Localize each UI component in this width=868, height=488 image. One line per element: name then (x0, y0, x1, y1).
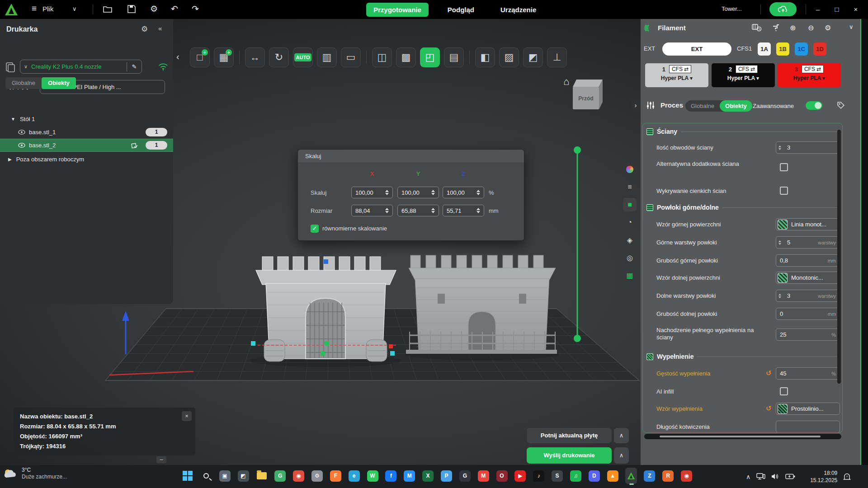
send-options-button[interactable]: ∧ (614, 447, 629, 464)
open-folder-icon[interactable] (103, 5, 112, 13)
gizmo-handle-green-1[interactable] (325, 341, 329, 346)
app-4-taskbar-icon[interactable]: ◩ (237, 468, 250, 484)
cfs-slot-1B[interactable]: 1B (776, 42, 789, 56)
thin-wall-detection-checkbox[interactable] (780, 187, 788, 195)
toolbar-add-support-button[interactable]: ⊥ (547, 47, 567, 67)
gizmo-handle-top[interactable] (324, 259, 328, 264)
cloud-upload-button[interactable] (769, 2, 797, 16)
menu-icon[interactable]: ≡ (32, 4, 37, 14)
toolbar-rotate-button[interactable]: ↻ (269, 47, 289, 67)
app-27-taskbar-icon[interactable]: R (662, 468, 674, 484)
toolbar-auto-orient-button[interactable]: AUTO (293, 47, 313, 67)
toolbar-split-plates-button[interactable]: ◫ (372, 47, 392, 67)
infill-pattern-select[interactable]: Prostolinio... (776, 403, 840, 415)
paint-tool-icon[interactable] (623, 163, 637, 176)
height-slider-top-handle[interactable] (574, 146, 581, 154)
messenger-taskbar-icon[interactable]: M (403, 468, 415, 484)
toolbar-add-model-button[interactable]: □+ (190, 47, 210, 67)
infill-density-input[interactable]: 45 % (776, 367, 840, 380)
scale-dialog[interactable]: Skaluj X Y Z Skaluj 100,00 100,00 100,00… (297, 149, 524, 241)
tree-item-base-stl-1[interactable]: base.stl_1 1 (0, 126, 173, 139)
spinner-icon[interactable] (776, 240, 783, 245)
weather-widget[interactable]: 3°C Duże zachmurze... (3, 467, 67, 480)
process-settings-icon[interactable]: ■ (623, 198, 637, 211)
wall-loops-spinner[interactable]: 3 (776, 141, 840, 154)
model-base-stl-1[interactable] (405, 255, 559, 360)
redo-icon[interactable]: ↷ (192, 4, 199, 14)
infill-anchor-length-input[interactable] (776, 421, 840, 433)
scale-x-input[interactable]: 100,00 (351, 187, 393, 198)
size-x-input[interactable]: 88,04 (351, 205, 393, 216)
chrome-taskbar-icon[interactable]: ◉ (292, 468, 305, 484)
spinner-icon[interactable] (429, 190, 437, 195)
toolbar-lay-flat-button[interactable]: ▭ (341, 47, 361, 67)
nav-cube[interactable]: Przód (573, 80, 603, 109)
add-filament-icon[interactable]: ⊕ (790, 23, 796, 32)
tiktok-taskbar-icon[interactable]: ♪ (533, 468, 545, 484)
height-slider-bottom-handle[interactable] (574, 335, 581, 342)
alternate-extra-wall-checkbox[interactable] (780, 163, 788, 171)
reset-value-icon[interactable]: ↺ (766, 369, 772, 377)
tab-urzadzenie[interactable]: Urządzenie (493, 3, 543, 17)
tree-item-base-stl-2[interactable]: base.stl_2 1 (0, 139, 173, 152)
cfs-slot-1D[interactable]: 1D (813, 42, 826, 56)
app-26-taskbar-icon[interactable]: Z (643, 468, 656, 484)
spinner-icon[interactable] (776, 145, 783, 150)
spotify-taskbar-icon[interactable]: ♫ (570, 468, 582, 484)
cfs-slot-1A[interactable]: 1A (758, 42, 771, 56)
gizmo-handle-green-2[interactable] (321, 351, 325, 356)
youtube-taskbar-icon[interactable]: ▶ (514, 468, 526, 484)
menu-chevron-icon[interactable]: ∨ (72, 5, 77, 12)
ext-extruder-button[interactable]: EXT (662, 42, 731, 56)
excel-taskbar-icon[interactable]: X (422, 468, 434, 484)
clock[interactable]: 18:09 15.12.2025 (801, 469, 837, 484)
scope-tab-globalne[interactable]: Globalne (5, 77, 42, 89)
network-icon[interactable] (756, 473, 765, 480)
gmail-taskbar-icon[interactable]: M (477, 468, 490, 484)
cfs-slot-1C[interactable]: 1C (795, 42, 808, 56)
eye-icon[interactable] (18, 143, 25, 148)
caret-right-icon[interactable]: ▶ (8, 157, 12, 162)
spinner-icon[interactable] (383, 190, 391, 195)
bottom-shell-layers-spinner[interactable]: 3 warstwy (776, 290, 840, 302)
right-panel-expand-handle[interactable]: › (631, 99, 640, 111)
filament-card-1[interactable]: 1 CFS ⇄ Hyper PLA (645, 63, 708, 87)
settings-gear-icon[interactable]: ⚙ (150, 4, 158, 14)
size-z-input[interactable]: 55,71 (443, 205, 484, 216)
eye-icon[interactable] (18, 130, 25, 135)
spinner-icon[interactable] (475, 208, 482, 213)
spinner-icon[interactable] (429, 208, 437, 213)
advanced-toggle[interactable] (806, 101, 822, 110)
github-taskbar-icon[interactable]: G (459, 468, 471, 484)
edge-taskbar-icon[interactable]: e (348, 468, 360, 484)
tree-group-plate[interactable]: ▼ Stół 1 (0, 113, 173, 126)
vlc-taskbar-icon[interactable]: ▲ (607, 468, 619, 484)
whatsapp-taskbar-icon[interactable]: W (367, 468, 379, 484)
model-base-stl-2[interactable] (250, 257, 401, 367)
top-shell-thickness-input[interactable]: 0,8 mm (776, 254, 840, 267)
cfs-swap-tag[interactable]: CFS ⇄ (669, 65, 691, 73)
file-menu[interactable]: Plik (42, 5, 53, 13)
remove-filament-icon[interactable]: ⊖ (808, 23, 814, 32)
send-print-button[interactable]: Wyślij drukowanie (527, 447, 612, 464)
bottom-shell-thickness-input[interactable]: 0 mm (776, 308, 840, 320)
toolbar-mesh-boolean-button[interactable]: ◧ (475, 47, 495, 67)
panel-collapse-icon[interactable]: « (158, 24, 162, 32)
infill-wall-overlap-input[interactable]: 25 % (776, 328, 840, 341)
window-close-button[interactable]: × (850, 5, 862, 14)
process-scope-obiekty[interactable]: Obiekty (720, 100, 752, 112)
tray-expand-icon[interactable]: ∧ (746, 473, 750, 480)
lock-icon[interactable]: ◈ (623, 233, 637, 247)
bottom-surface-pattern-select[interactable]: Monotonic... (776, 272, 840, 284)
process-scope-globalne[interactable]: Globalne (685, 100, 720, 112)
toolbar-clone-matrix-button[interactable]: ▩ (396, 47, 416, 67)
top-surface-pattern-select[interactable]: Linia monot... (776, 218, 840, 230)
calibration-icon[interactable]: ◎ (623, 251, 637, 264)
window-maximize-button[interactable]: □ (831, 5, 843, 14)
toolbar-scale-button[interactable]: ◰ (420, 47, 440, 67)
toolbar-add-plate-button[interactable]: ▦+ (214, 47, 234, 67)
app-3-taskbar-icon[interactable]: ▣ (219, 468, 231, 484)
toolbar-move-button[interactable]: ↔ (245, 47, 265, 67)
dialog-title[interactable]: Skaluj (298, 150, 524, 163)
discord-taskbar-icon[interactable]: D (588, 468, 600, 484)
